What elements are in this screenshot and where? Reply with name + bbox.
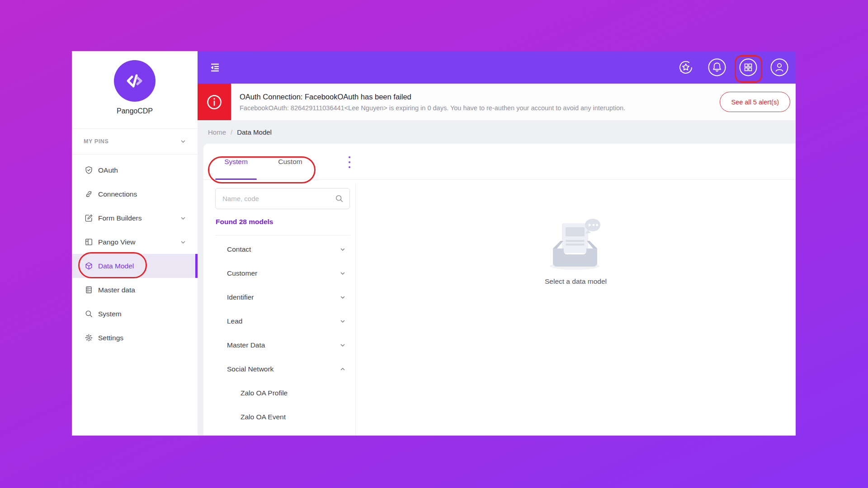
model-group-lead[interactable]: Lead [203,309,355,333]
info-circle-icon [206,94,222,110]
model-group-contact[interactable]: Contact [203,237,355,261]
top-header-bar [198,51,796,84]
sidebar-item-label: Form Builders [98,214,180,222]
magnifier-icon [84,310,93,319]
empty-inbox-illustration [542,216,610,271]
chevron-down-icon [340,295,345,300]
shield-check-icon [84,166,93,175]
sidebar-item-label: Settings [98,334,198,342]
sidebar-item-label: Master data [98,286,198,294]
more-options-icon[interactable] [346,156,353,168]
model-group-customer[interactable]: Customer [203,261,355,285]
code-brackets-icon [123,69,146,93]
my-pins-label: MY PINS [84,138,180,145]
notifications-bell-icon[interactable] [708,58,726,76]
model-group-master-data[interactable]: Master Data [203,333,355,357]
database-icon [84,286,93,295]
chevron-down-icon [340,271,345,276]
found-models-count: Found 28 models [216,218,273,226]
model-search [215,188,350,209]
sidebar-item-data-model[interactable]: Data Model [72,254,198,278]
sidebar-item-connections[interactable]: Connections [72,182,198,206]
divider [216,235,350,235]
chevron-up-icon [340,366,345,372]
sidebar-item-oauth[interactable]: OAuth [72,158,198,182]
app-title: PangoCDP [72,107,198,115]
content-area: System Custom Found 28 models Contact [198,144,796,436]
sidebar-item-label: Data Model [98,262,198,270]
alert-texts: OAuth Connection: FacebookOAuth has been… [240,93,720,112]
data-model-panel: System Custom Found 28 models Contact [203,144,796,436]
search-icon[interactable] [335,195,343,202]
apps-grid-icon[interactable] [739,58,757,76]
empty-state: Select a data model [356,144,796,436]
alert-banner: OAuth Connection: FacebookOAuth has been… [198,84,796,120]
chevron-down-icon [180,216,186,221]
pangocdp-logo[interactable] [114,60,156,102]
chevron-down-icon [340,247,345,252]
cube-icon [84,262,93,271]
alert-severity-box [198,84,231,120]
sidebar-item-label: Pango View [98,238,180,246]
sidebar-item-settings[interactable]: Settings [72,326,198,350]
chevron-down-icon [340,319,345,324]
sidebar: PangoCDP MY PINS OAuth Connections [72,51,198,436]
sidebar-item-label: Connections [98,190,198,198]
chevron-down-icon [340,343,345,348]
active-indicator-bar [195,254,198,278]
sidebar-item-label: OAuth [98,166,198,174]
chevron-down-icon [180,139,186,144]
active-tab-underline [215,178,257,180]
logo-section: PangoCDP [72,51,198,128]
search-input[interactable] [216,195,335,202]
my-pins-section[interactable]: MY PINS [72,128,198,155]
sidebar-item-system[interactable]: System [72,302,198,326]
alert-title: OAuth Connection: FacebookOAuth has been… [240,93,720,101]
model-item-zalo-oa-event[interactable]: Zalo OA Event [203,405,355,429]
breadcrumb-current: Data Model [237,128,272,136]
sidebar-item-master-data[interactable]: Master data [72,278,198,302]
gear-icon [84,333,93,343]
sidebar-item-label: System [98,310,198,318]
header-actions [677,58,788,76]
model-group-identifier[interactable]: Identifier [203,285,355,309]
link-icon [84,190,93,199]
breadcrumb: Home / Data Model [198,120,796,144]
empty-state-label: Select a data model [545,277,607,286]
user-profile-icon[interactable] [770,58,788,76]
model-list: Contact Customer Identifier Lead Master … [203,237,355,429]
layout-icon [84,238,93,247]
tab-system[interactable]: System [215,144,257,180]
model-group-social-network[interactable]: Social Network [203,357,355,381]
see-all-alerts-button[interactable]: See all 5 alert(s) [720,92,790,112]
chevron-down-icon [180,239,186,245]
app-window: PangoCDP MY PINS OAuth Connections [72,51,796,436]
favorites-sync-icon[interactable] [677,58,695,76]
model-item-zalo-oa-profile[interactable]: Zalo OA Profile [203,381,355,405]
tab-custom[interactable]: Custom [266,144,315,180]
breadcrumb-home[interactable]: Home [208,128,226,136]
menu-fold-icon[interactable] [208,61,222,74]
breadcrumb-separator: / [231,128,232,136]
sidebar-nav: OAuth Connections Form Builders [72,158,198,350]
sidebar-item-form-builders[interactable]: Form Builders [72,206,198,230]
sidebar-item-pango-view[interactable]: Pango View [72,230,198,254]
form-edit-icon [84,214,93,223]
alert-message: FacebookOAuth: 826429111036441<Lee Nguye… [240,104,720,112]
